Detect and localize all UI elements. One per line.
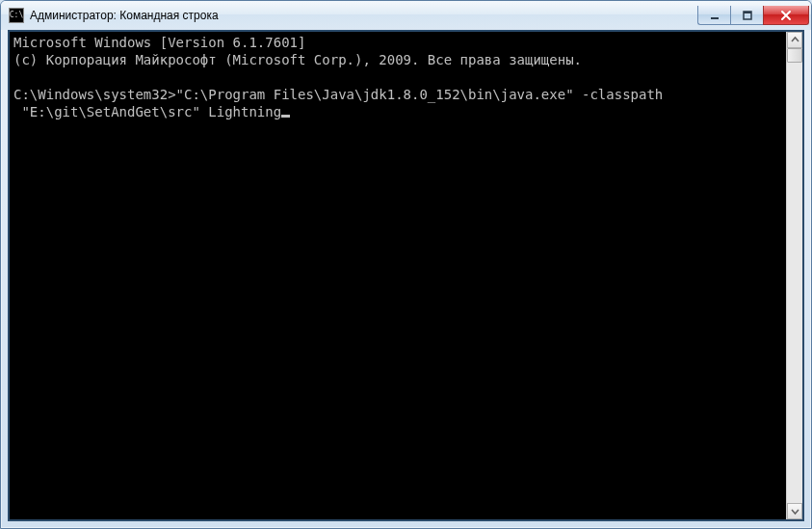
window-controls <box>697 6 809 25</box>
close-button[interactable] <box>763 6 809 25</box>
prompt-text: C:\Windows\system32> <box>13 87 176 102</box>
vertical-scrollbar[interactable] <box>786 32 802 519</box>
minimize-icon <box>709 10 720 21</box>
window-title: Администратор: Командная строка <box>30 9 697 22</box>
titlebar[interactable]: C:\ Администратор: Командная строка <box>1 1 811 30</box>
version-line: Microsoft Windows [Version 6.1.7601] <box>13 35 305 50</box>
command-text-2: "E:\git\SetAndGet\src" Lightning <box>13 104 281 119</box>
minimize-button[interactable] <box>697 6 730 25</box>
client-area: Microsoft Windows [Version 6.1.7601] (c)… <box>8 30 804 521</box>
cmd-icon: C:\ <box>9 8 24 23</box>
copyright-line: (c) Корпорация Майкрософт (Microsoft Cor… <box>13 52 582 67</box>
text-cursor <box>281 115 290 118</box>
scrollbar-track[interactable] <box>787 48 802 503</box>
close-icon <box>779 10 793 21</box>
command-text-1: "C:\Program Files\Java\jdk1.8.0_152\bin\… <box>176 87 664 102</box>
scroll-up-button[interactable] <box>787 32 802 48</box>
svg-rect-2 <box>744 12 751 13</box>
chevron-up-icon <box>791 36 799 44</box>
svg-rect-0 <box>711 17 719 19</box>
chevron-down-icon <box>791 507 799 516</box>
maximize-icon <box>742 10 753 21</box>
scrollbar-thumb[interactable] <box>787 48 802 63</box>
maximize-button[interactable] <box>730 6 763 25</box>
scroll-down-button[interactable] <box>787 503 802 519</box>
command-prompt-window: C:\ Администратор: Командная строка <box>0 0 812 529</box>
terminal-output[interactable]: Microsoft Windows [Version 6.1.7601] (c)… <box>10 32 786 519</box>
